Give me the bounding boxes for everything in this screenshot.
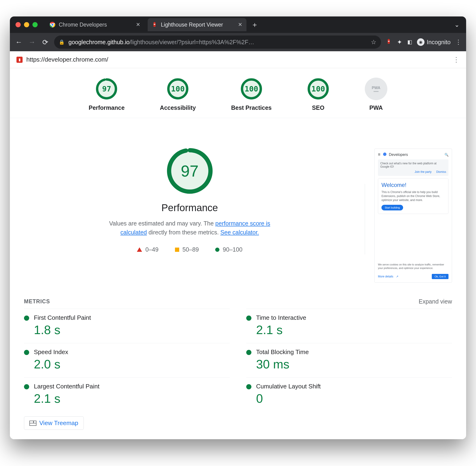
close-tab-icon[interactable]: ✕ xyxy=(238,22,242,28)
hamburger-icon: ≡ xyxy=(378,152,381,157)
tab-strip: Chrome Developers ✕ Lighthouse Report Vi… xyxy=(10,16,466,33)
gauge-seo[interactable]: 100 SEO xyxy=(307,78,330,111)
svg-rect-6 xyxy=(154,24,155,25)
category-gauges: 97 Performance 100 Accessibility 100 Bes… xyxy=(10,68,466,118)
pwa-icon: PWA xyxy=(365,78,387,100)
screenshot-banner-text: Check out what's new for the web platfor… xyxy=(380,162,446,168)
extensions-puzzle-icon[interactable]: ✦ xyxy=(397,39,402,46)
metrics-section: METRICS Expand view First Contentful Pai… xyxy=(10,292,466,439)
report-subheader: ▮ https://developer.chrome.com/ ⋮ xyxy=(10,51,466,68)
square-orange-icon xyxy=(175,248,179,252)
treemap-icon xyxy=(29,421,36,426)
back-button[interactable]: ← xyxy=(15,38,23,46)
gauge-score: 100 xyxy=(240,78,263,100)
metric-value: 2.1 s xyxy=(256,323,306,337)
metrics-heading: METRICS xyxy=(24,298,50,305)
screenshot-ok-button: Ok, Got It xyxy=(432,274,449,279)
lighthouse-icon xyxy=(152,22,158,28)
performance-description: Values are estimated and may vary. The p… xyxy=(105,219,274,237)
treemap-label: View Treemap xyxy=(39,419,78,427)
incognito-label: Incognito xyxy=(427,39,451,46)
tabs-menu-button[interactable]: ⌄ xyxy=(454,21,460,28)
status-dot-green-icon xyxy=(24,315,29,321)
screenshot-welcome-title: Welcome! xyxy=(381,182,445,188)
lighthouse-extension-icon[interactable] xyxy=(386,39,392,46)
forward-button[interactable]: → xyxy=(28,38,36,46)
performance-title: Performance xyxy=(161,202,218,213)
fullscreen-window-button[interactable] xyxy=(33,22,38,27)
browser-menu-button[interactable]: ⋮ xyxy=(455,39,461,46)
svg-marker-5 xyxy=(153,22,156,23)
url-path: /lighthouse/viewer/?psiurl=https%3A%2F%2… xyxy=(130,39,254,45)
toolbar: ← → ⟳ 🔒 googlechrome.github.io/lighthous… xyxy=(10,33,466,51)
metric-name: Total Blocking Time xyxy=(256,349,309,356)
circle-green-icon xyxy=(215,248,219,252)
gauge-label: PWA xyxy=(369,105,383,111)
minimize-window-button[interactable] xyxy=(24,22,29,27)
tab-lighthouse-viewer[interactable]: Lighthouse Report Viewer ✕ xyxy=(148,18,247,31)
gauge-score: 100 xyxy=(167,78,189,100)
performance-score: 97 xyxy=(165,146,214,196)
reader-icon[interactable]: ◧ xyxy=(407,39,412,45)
screenshot-dismiss-link: Dismiss xyxy=(436,170,446,174)
see-calculator-link[interactable]: See calculator. xyxy=(220,229,259,236)
status-dot-green-icon xyxy=(246,350,251,355)
triangle-red-icon xyxy=(137,247,142,252)
tab-chrome-developers[interactable]: Chrome Developers ✕ xyxy=(46,18,144,31)
address-bar[interactable]: 🔒 googlechrome.github.io/lighthouse/view… xyxy=(54,35,381,49)
lock-icon: 🔒 xyxy=(59,39,65,45)
performance-section: 97 Performance Values are estimated and … xyxy=(10,118,466,292)
gauge-accessibility[interactable]: 100 Accessibility xyxy=(160,78,196,111)
screenshot-welcome-body: This is Chrome's official site to help y… xyxy=(381,190,445,202)
screenshot-start-button: Start building xyxy=(381,205,403,210)
metric-value: 0 xyxy=(256,391,321,406)
expand-view-button[interactable]: Expand view xyxy=(419,298,452,305)
browser-window: Chrome Developers ✕ Lighthouse Report Vi… xyxy=(10,16,466,439)
gauge-performance[interactable]: 97 Performance xyxy=(89,78,125,111)
metric-name: Largest Contentful Paint xyxy=(34,383,99,390)
screenshot-join-link: Join the party xyxy=(415,170,431,174)
metric-value: 2.1 s xyxy=(34,391,99,406)
gauge-best-practices[interactable]: 100 Best Practices xyxy=(231,78,272,111)
metric-name: Speed Index xyxy=(34,349,68,356)
status-dot-green-icon xyxy=(246,315,251,321)
metric-name: First Contentful Paint xyxy=(34,314,91,321)
page-screenshot-thumbnail: ≡ Developers 🔍 Check out what's new for … xyxy=(374,149,452,283)
gauge-pwa[interactable]: PWA PWA xyxy=(365,78,387,111)
close-window-button[interactable] xyxy=(15,22,21,27)
score-legend: 0–49 50–89 90–100 xyxy=(137,246,242,253)
screenshot-more-details: More details xyxy=(378,275,393,278)
svg-point-20 xyxy=(383,152,386,156)
bookmark-star-icon[interactable]: ☆ xyxy=(371,39,376,46)
status-dot-green-icon xyxy=(246,384,251,389)
reload-button[interactable]: ⟳ xyxy=(41,38,49,46)
incognito-badge[interactable]: ◉ Incognito xyxy=(417,38,451,46)
tested-url: https://developer.chrome.com/ xyxy=(26,56,108,63)
metric-value: 30 ms xyxy=(256,357,309,371)
vertical-separator xyxy=(365,184,365,254)
incognito-icon: ◉ xyxy=(417,38,425,46)
search-icon: 🔍 xyxy=(444,153,449,157)
chrome-icon xyxy=(49,22,56,28)
svg-rect-9 xyxy=(388,41,390,42)
report-menu-button[interactable]: ⋮ xyxy=(453,56,460,63)
view-treemap-button[interactable]: View Treemap xyxy=(24,416,84,430)
performance-gauge-large: 97 xyxy=(165,146,214,196)
status-dot-green-icon xyxy=(24,350,29,355)
metric-name: Cumulative Layout Shift xyxy=(256,383,321,390)
gauge-label: Accessibility xyxy=(160,105,196,111)
gauge-score: 100 xyxy=(307,78,330,100)
metric-fcp: First Contentful Paint1.8 s xyxy=(24,309,230,343)
screenshot-cookie-text: We serve cookies on this site to analyze… xyxy=(378,263,449,270)
metric-tti: Time to Interactive2.1 s xyxy=(246,309,452,343)
metric-lcp: Largest Contentful Paint2.1 s xyxy=(24,377,230,412)
status-dot-green-icon xyxy=(24,384,29,389)
metric-tbt: Total Blocking Time30 ms xyxy=(246,343,452,377)
screenshot-brand: Developers xyxy=(389,152,408,157)
new-tab-button[interactable]: ＋ xyxy=(251,20,258,30)
close-tab-icon[interactable]: ✕ xyxy=(136,22,140,28)
metric-value: 2.0 s xyxy=(34,357,68,371)
external-link-icon: ↗ xyxy=(396,275,398,278)
metric-si: Speed Index2.0 s xyxy=(24,343,230,377)
chrome-icon xyxy=(383,152,387,157)
